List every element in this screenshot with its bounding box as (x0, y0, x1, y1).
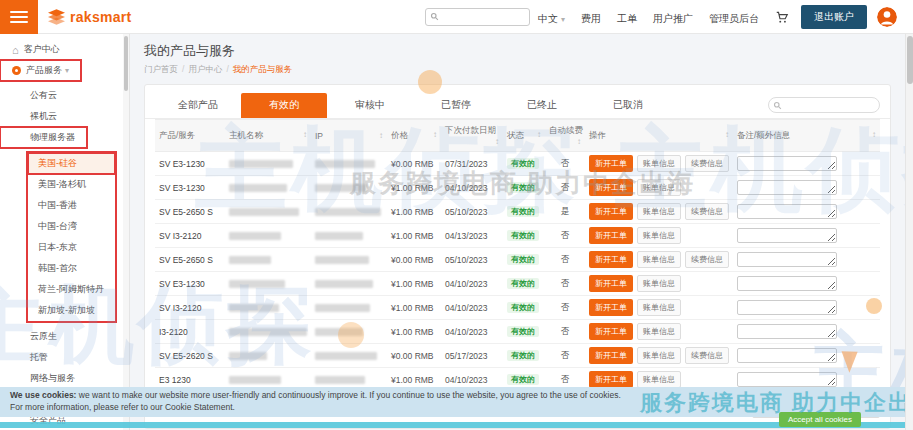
renew-info-button[interactable]: 续费信息 (685, 203, 729, 220)
tab-pending[interactable]: 审核中 (327, 93, 413, 118)
sidebar-item-colocation[interactable]: 托管 (0, 347, 129, 368)
new-ticket-button[interactable]: 新开工单 (589, 347, 633, 364)
product-name[interactable]: SV E5-2650 S (155, 248, 225, 272)
product-name[interactable]: SV I3-2120 (155, 224, 225, 248)
avatar[interactable] (877, 7, 897, 27)
billing-info-button[interactable]: 账单信息 (637, 179, 681, 196)
product-name[interactable]: SV E5-2650 S (155, 200, 225, 224)
product-name[interactable]: SV E5-2620 S (155, 344, 225, 368)
sidebar-item-cn-hong-kong[interactable]: 中国-香港 (28, 195, 115, 216)
column-header-auto-renew[interactable]: 自动续费↕ (545, 120, 585, 152)
cookie-text-line2[interactable]: For more information, please refer to ou… (10, 402, 235, 412)
hamburger-menu-button[interactable] (0, 0, 38, 34)
topbar-search[interactable] (425, 8, 530, 26)
sidebar-item-nl-amsterdam[interactable]: 荷兰-阿姆斯特丹 (28, 279, 115, 300)
sort-icon[interactable]: ↕ (495, 137, 499, 146)
sort-icon[interactable]: ↕ (577, 137, 581, 146)
product-name[interactable]: SV E3-1230 (155, 152, 225, 176)
product-name[interactable]: SV E3-1230 (155, 272, 225, 296)
sort-icon[interactable]: ↕ (537, 130, 541, 139)
sidebar-item-bare-metal-cloud[interactable]: 裸机云 (0, 106, 129, 127)
remark-textarea[interactable] (737, 348, 837, 363)
billing-info-button[interactable]: 账单信息 (637, 155, 681, 172)
column-header-next-due-date[interactable]: 下次付款日期↕ (441, 120, 503, 152)
breadcrumb-user-center[interactable]: 用户中心 (188, 64, 222, 74)
sidebar-item-customer-center[interactable]: ⌂客户中心 (0, 39, 129, 60)
tab-terminated[interactable]: 已终止 (499, 93, 585, 118)
logout-button[interactable]: 退出账户 (801, 5, 867, 29)
topnav-billing[interactable]: 费用 (581, 13, 601, 24)
remark-textarea[interactable] (737, 324, 837, 339)
new-ticket-button[interactable]: 新开工单 (589, 323, 633, 340)
table-search[interactable] (768, 97, 880, 113)
renew-info-button[interactable]: 续费信息 (685, 155, 729, 172)
cart-icon[interactable] (775, 10, 789, 24)
sidebar-item-public-cloud[interactable]: 公有云 (0, 85, 129, 106)
billing-info-button[interactable]: 账单信息 (637, 347, 681, 364)
billing-info-button[interactable]: 账单信息 (637, 203, 681, 220)
sidebar-item-us-los-angeles[interactable]: 美国-洛杉矶 (28, 174, 115, 195)
sidebar-item-cn-taiwan[interactable]: 中国-台湾 (28, 216, 115, 237)
sidebar-item-cloud-native[interactable]: 云原生 (0, 326, 129, 347)
product-name[interactable]: SV I3-2120 (155, 296, 225, 320)
remark-textarea[interactable] (737, 300, 837, 315)
window-scrollbar[interactable] (905, 34, 913, 430)
remark-textarea[interactable] (737, 228, 837, 243)
sort-icon[interactable]: ↕ (725, 130, 729, 139)
column-header-hostname[interactable]: 主机名称↕ (225, 120, 311, 152)
billing-info-button[interactable]: 账单信息 (637, 371, 681, 388)
tab-suspended[interactable]: 已暂停 (413, 93, 499, 118)
renew-info-button[interactable]: 续费信息 (685, 251, 729, 268)
sort-icon[interactable]: ↕ (379, 131, 383, 140)
column-header-notes[interactable]: 备注/额外信息↕ (733, 120, 880, 152)
topbar-search-input[interactable] (443, 12, 525, 22)
column-header-price[interactable]: 价格↕ (387, 120, 441, 152)
new-ticket-button[interactable]: 新开工单 (589, 203, 633, 220)
topnav-affiliates[interactable]: 用户推广 (653, 13, 693, 24)
breadcrumb-portal-home[interactable]: 门户首页 (144, 64, 178, 74)
sort-icon[interactable]: ↕ (303, 130, 307, 139)
billing-info-button[interactable]: 账单信息 (637, 275, 681, 292)
remark-textarea[interactable] (737, 252, 837, 267)
tab-active[interactable]: 有效的 (241, 93, 327, 118)
new-ticket-button[interactable]: 新开工单 (589, 251, 633, 268)
product-name[interactable]: SV E3-1230 (155, 176, 225, 200)
remark-textarea[interactable] (737, 204, 837, 219)
sidebar-item-sg-singapore[interactable]: 新加坡-新加坡 (28, 300, 115, 321)
sort-icon[interactable]: ↕ (872, 130, 876, 139)
remark-textarea[interactable] (737, 156, 837, 171)
billing-info-button[interactable]: 账单信息 (637, 323, 681, 340)
tab-all-products[interactable]: 全部产品 (155, 93, 241, 118)
sidebar-item-kr-seoul[interactable]: 韩国-首尔 (28, 258, 115, 279)
product-name[interactable]: I3-2120 (155, 320, 225, 344)
sidebar-item-product-services[interactable]: 产品服务▾ (0, 60, 81, 81)
new-ticket-button[interactable]: 新开工单 (589, 299, 633, 316)
billing-info-button[interactable]: 账单信息 (637, 227, 681, 244)
new-ticket-button[interactable]: 新开工单 (589, 371, 633, 388)
remark-textarea[interactable] (737, 180, 837, 195)
sidebar-item-physical-server[interactable]: 物理服务器 (0, 127, 87, 148)
topnav-language[interactable]: 中文▾ (538, 13, 565, 24)
sidebar-item-us-silicon-valley[interactable]: 美国-硅谷 (28, 153, 115, 174)
new-ticket-button[interactable]: 新开工单 (589, 179, 633, 196)
tab-cancelled[interactable]: 已取消 (585, 93, 671, 118)
sidebar-scrollbar[interactable] (123, 34, 129, 430)
column-header-actions[interactable]: 操作↕ (585, 120, 733, 152)
topnav-admin-panel[interactable]: 管理员后台 (709, 13, 759, 24)
remark-textarea[interactable] (737, 276, 837, 291)
column-header-ip[interactable]: IP↕ (311, 120, 387, 152)
brand-logo[interactable]: raksmart (48, 9, 132, 25)
topnav-tickets[interactable]: 工单 (617, 13, 637, 24)
new-ticket-button[interactable]: 新开工单 (589, 155, 633, 172)
billing-info-button[interactable]: 账单信息 (637, 299, 681, 316)
table-search-input[interactable] (786, 100, 873, 110)
column-header-status[interactable]: 状态↕ (503, 120, 545, 152)
sort-icon[interactable]: ↕ (433, 130, 437, 139)
sidebar-item-jp-tokyo[interactable]: 日本-东京 (28, 237, 115, 258)
billing-info-button[interactable]: 账单信息 (637, 251, 681, 268)
new-ticket-button[interactable]: 新开工单 (589, 275, 633, 292)
accept-cookies-button[interactable]: Accept all cookies (779, 412, 861, 427)
sidebar-item-network-services[interactable]: 网络与服务 (0, 368, 129, 389)
renew-info-button[interactable]: 续费信息 (685, 347, 729, 364)
new-ticket-button[interactable]: 新开工单 (589, 227, 633, 244)
